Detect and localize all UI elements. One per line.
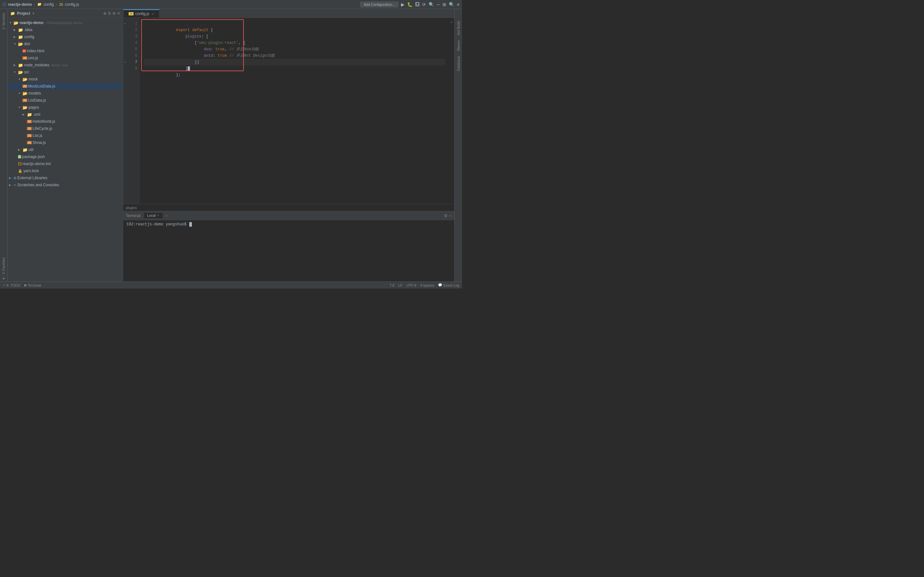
tree-item-yarnlock[interactable]: 🔒 yarn.lock — [8, 167, 123, 174]
tab-configjs[interactable]: JS config.js ✕ — [123, 9, 160, 18]
terminal-minimize-icon[interactable]: ─ — [449, 213, 452, 218]
tree-item-util[interactable]: ▶ 📁 util — [8, 146, 123, 153]
showjs-label: Show.js — [33, 140, 46, 145]
locate-icon[interactable]: ⊕ — [103, 11, 107, 16]
menu-icon[interactable]: ≡ — [457, 2, 459, 7]
terminal-settings-icon[interactable]: ⚙ — [444, 213, 447, 218]
tree-item-umijs[interactable]: JS umi.js — [8, 55, 123, 61]
tree-item-config[interactable]: ▶ 📁 config — [8, 33, 123, 40]
tree-item-pages[interactable]: ▼ 📂 pages — [8, 104, 123, 111]
todo-status[interactable]: ✓ 6: TODO — [3, 283, 21, 287]
ant-build-tab[interactable]: Ant Build — [456, 19, 461, 38]
terminal-content[interactable]: 192:reactjs-demo yangshuo$ — [123, 220, 454, 282]
terminal-status-label: Terminal — [28, 284, 41, 287]
extlibs-label: External Libraries — [17, 176, 47, 180]
tree-item-packagejson[interactable]: {} package.json — [8, 153, 123, 160]
file-icon-title: JS — [59, 3, 63, 6]
tree-item-listdata[interactable]: JS ListData.js — [8, 97, 123, 104]
dist-label: dist — [24, 42, 30, 46]
line-num-8: 8 — [127, 65, 137, 72]
listdata-label: ListData.js — [28, 98, 46, 103]
src-arrow-icon: ▼ — [13, 71, 18, 74]
tree-item-showjs[interactable]: JS Show.js — [8, 139, 123, 146]
line-num-2: 2 — [127, 27, 137, 33]
run-icon[interactable]: ▶ — [401, 2, 405, 7]
debug-icon[interactable]: 🐛 — [407, 2, 413, 7]
terminal-status[interactable]: ▶ Terminal — [24, 283, 41, 287]
src-folder-icon: 📂 — [18, 70, 23, 75]
tree-item-iml[interactable]: ⛾ reactjs-demo.iml — [8, 160, 123, 167]
search2-icon[interactable]: 🔍 — [449, 2, 454, 7]
idea-folder-icon: 📁 — [18, 27, 23, 32]
indent-status[interactable]: 4 spaces — [420, 284, 434, 287]
expand-icon[interactable]: ⇅ — [108, 11, 111, 16]
line-numbers: 1 2 3 4 5 6 7 8 — [127, 18, 140, 204]
fold-placeholder-3 — [123, 33, 127, 40]
tree-item-lifecycle[interactable]: JS LifeCycle.js — [8, 125, 123, 132]
close-icon[interactable]: ✕ — [117, 11, 120, 16]
add-config-button[interactable]: Add Configuration... — [360, 2, 399, 7]
tree-item-models[interactable]: ▼ 📂 models — [8, 90, 123, 97]
right-side-tabs: Ant Build Maven Database — [454, 9, 462, 282]
coverage-icon[interactable]: ⛾ — [415, 2, 420, 7]
dropdown-arrow-icon[interactable]: ▼ — [32, 12, 35, 15]
fold-btn-7[interactable]: ▼ — [123, 59, 127, 65]
tree-item-listjs[interactable]: JS List.js — [8, 132, 123, 139]
breadcrumb-bar: plugins — [123, 204, 454, 211]
add-tab-icon[interactable]: + — [164, 213, 169, 218]
tree-item-scratches[interactable]: ▶ ✏ Scratches and Consoles — [8, 181, 123, 189]
status-bar: ✓ 6: TODO ▶ Terminal 7:6 LF UTF-8 4 spac… — [0, 282, 462, 288]
event-log-status[interactable]: 💬 Event Log — [438, 283, 459, 287]
fold-column: ▼ ▼ — [123, 18, 127, 204]
maven-tab[interactable]: Maven — [456, 38, 461, 53]
mock-folder-icon: 📂 — [23, 77, 27, 82]
tree-item-indexhtml[interactable]: H index.html — [8, 47, 123, 55]
dist-folder-icon: 📂 — [18, 42, 23, 47]
profile-icon[interactable]: ⟳ — [422, 2, 426, 7]
breadcrumb: plugins — [126, 206, 137, 210]
tree-root[interactable]: ▼ 📂 reactjs-demo ~/Desktop/reactjs-demo — [8, 19, 123, 26]
favorites-panel-button[interactable]: 2: Favorites — [1, 255, 6, 277]
tree-item-mock[interactable]: ▼ 📂 mock — [8, 76, 123, 83]
minimize-icon[interactable]: ─ — [437, 2, 440, 7]
project-panel-title: Project — [17, 11, 30, 16]
tree-item-idea[interactable]: ▶ 📁 .idea — [8, 26, 123, 33]
tab-close-icon[interactable]: ✕ — [152, 12, 154, 16]
tree-item-helloworld[interactable]: JS HelloWorld.js — [8, 118, 123, 125]
code-content[interactable]: export default { plugins: [ ['umi-plugin… — [140, 18, 449, 204]
tree-item-nodemodules[interactable]: ▶ 📁 node_modules library root — [8, 61, 123, 69]
tree-item-umi[interactable]: ▶ 📁 .umi — [8, 111, 123, 118]
mock-arrow-icon: ▼ — [18, 77, 23, 81]
terminal-header-icons: ⚙ ─ — [444, 213, 452, 218]
position-status[interactable]: 7:6 — [389, 284, 394, 287]
settings-icon[interactable]: ⚙ — [112, 11, 116, 16]
root-arrow-icon: ▼ — [9, 21, 13, 24]
layout-icon[interactable]: ⊞ — [443, 2, 446, 7]
code-line-1: export default { — [144, 21, 445, 27]
structure-panel-button[interactable]: 2: Structure — [1, 10, 6, 32]
tree-item-mocklistdata[interactable]: JS MockListData.js — [8, 83, 123, 90]
fold-btn-1[interactable]: ▼ — [123, 21, 127, 27]
pages-label: pages — [29, 105, 39, 110]
idea-label: .idea — [24, 27, 32, 32]
charset-status[interactable]: UTF-8 — [406, 284, 416, 287]
tab-local-close-icon[interactable]: ✕ — [157, 214, 160, 217]
left-strip: 2: Structure 2: Favorites ★ — [0, 9, 8, 282]
title-sep2: › — [56, 2, 57, 7]
tab-local[interactable]: Local ✕ — [144, 213, 163, 218]
umi-folder-icon: 📁 — [27, 112, 32, 117]
config-arrow-icon: ▶ — [13, 35, 18, 39]
indexhtml-icon: H — [23, 49, 26, 53]
tree-item-src[interactable]: ▼ 📂 src — [8, 69, 123, 76]
yarnlock-label: yarn.lock — [23, 169, 39, 173]
nodemodules-folder-icon: 📁 — [18, 63, 23, 68]
favorites-star-icon[interactable]: ★ — [2, 277, 5, 280]
project-icon: ⬡ — [3, 2, 6, 7]
idea-arrow-icon: ▶ — [13, 28, 18, 31]
encoding-status[interactable]: LF — [398, 284, 402, 287]
search-icon[interactable]: 🔍 — [429, 2, 434, 7]
root-folder-icon: 📂 — [13, 21, 19, 25]
database-tab[interactable]: Database — [456, 53, 461, 74]
tree-item-extlibs[interactable]: ▶ ⊞ External Libraries — [8, 174, 123, 181]
tree-item-dist[interactable]: ▼ 📂 dist — [8, 40, 123, 47]
